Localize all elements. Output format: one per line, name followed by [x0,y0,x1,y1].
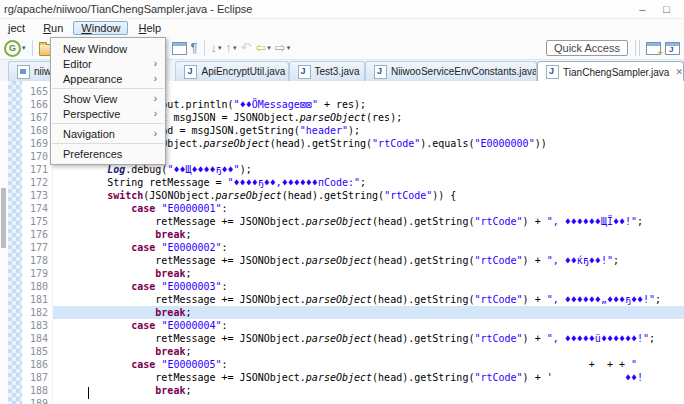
back-history-icon: ↶ [241,40,252,56]
tab-close-icon[interactable]: ✕ [675,67,683,77]
dropdown-caret-icon[interactable]: ▾ [218,44,222,52]
dropdown-caret-icon[interactable]: ▾ [287,44,291,52]
java-file-icon [184,65,197,79]
previous-annotation-icon[interactable]: ↑▾ [226,39,237,57]
forward-icon: ⇨ [275,40,286,56]
code-text[interactable]: case "E0000002": [53,241,684,254]
editor-tab-niiwooserviceenvconstants-java[interactable]: NiiwooServiceEnvConstants.java [365,61,537,81]
toolbar-separator [635,40,640,56]
back-history-icon[interactable]: ↶ [241,39,252,57]
menu-separator [52,143,164,144]
new-wizard-icon[interactable]: G▾ [4,39,26,57]
scrollbar-thumb[interactable] [1,188,6,248]
line-number: 188 [22,384,53,397]
last-edit-location-icon: ↓ [211,40,218,56]
marker-bar[interactable] [8,81,22,404]
line-number: 178 [22,254,53,267]
code-text[interactable]: retMessage += JSONObject.parseObject(hea… [53,215,684,228]
new-wizard-icon: G [4,40,21,57]
line-number: 167 [22,111,53,124]
editor-tab-tianchengsampler-java[interactable]: TianChengSampler.java✕ [537,61,684,82]
line-number: 184 [22,332,53,345]
line-number: 180 [22,280,53,293]
menu-item-label: Preferences [63,148,157,160]
toolbar-separator [32,40,33,56]
code-line: 172 String retMessage = "♦♦♦♦ҕ♦♦,♦♦♦♦♦♦п… [22,176,684,189]
code-text[interactable]: case "E0000005": + + + " [53,358,684,371]
code-line: 180 case "E0000003": [22,280,684,293]
code-text[interactable]: retMessage += JSONObject.parseObject(hea… [53,371,684,384]
menu-item-label: Appearance [63,73,154,85]
editor-tab-test3-java[interactable]: Test3.java [289,61,365,81]
menu-item-show-view[interactable]: Show View› [51,91,165,106]
minimize-button[interactable]: – [639,3,645,15]
code-text[interactable]: break; [53,345,684,358]
menu-item-label: Show View [63,93,154,105]
code-line: 184 retMessage += JSONObject.parseObject… [22,332,684,345]
menu-item-new-window[interactable]: New Window [51,41,165,56]
line-number: 189 [22,397,53,404]
maximize-button[interactable]: □ [663,3,670,15]
code-line: 174 case "E0000001": [22,202,684,215]
menu-item-perspective[interactable]: Perspective› [51,106,165,121]
line-number: 171 [22,163,53,176]
code-text[interactable]: break; [53,384,684,397]
code-text[interactable]: retMessage += JSONObject.parseObject(hea… [53,293,684,306]
line-number: 181 [22,293,53,306]
dropdown-caret-icon[interactable]: ▾ [233,44,237,52]
menu-help[interactable]: Help [130,21,169,35]
line-number: 165 [22,85,53,98]
show-whitespace-icon: ¶ [191,40,198,56]
code-line: 173 switch(JSONObject.parseObject(head).… [22,189,684,202]
text-cursor [88,387,89,399]
java-file-icon [298,65,311,79]
line-number: 186 [22,358,53,371]
code-text[interactable]: retMessage += JSONObject.parseObject(hea… [53,254,684,267]
menu-separator [52,123,164,124]
back-icon[interactable]: ⇦▾ [255,39,270,57]
quick-access-button[interactable]: Quick Access [546,40,628,56]
menu-bar: jectRunWindowHelp [0,19,684,37]
tab-label: NiiwooServiceEnvConstants.java [391,66,537,77]
code-text[interactable] [53,397,684,404]
forward-icon[interactable]: ⇨▾ [275,39,290,57]
code-text[interactable]: case "E0000001": [53,202,684,215]
submenu-arrow-icon: › [154,73,157,84]
toolbar-separator [204,40,205,56]
editor-tab-apiencryptutil-java[interactable]: ApiEncryptUtil.java [175,61,288,81]
java-perspective-icon[interactable] [665,39,680,57]
code-line: 178 retMessage += JSONObject.parseObject… [22,254,684,267]
code-line: 185 break; [22,345,684,358]
line-number: 185 [22,345,53,358]
line-number: 177 [22,241,53,254]
java-file-icon [546,65,559,79]
menu-separator [52,88,164,89]
menu-ject[interactable]: ject [0,21,33,35]
menu-window[interactable]: Window [73,21,128,35]
menu-item-navigation[interactable]: Navigation› [51,126,165,141]
code-text[interactable]: retMessage += JSONObject.parseObject(hea… [53,332,684,345]
java-perspective-icon [665,42,680,55]
dropdown-caret-icon[interactable]: ▾ [22,44,26,52]
line-number: 169 [22,137,53,150]
line-number: 175 [22,215,53,228]
code-text[interactable]: break; [53,306,684,319]
menu-run[interactable]: Run [35,21,71,35]
menu-item-editor[interactable]: Editor› [51,56,165,71]
file-file-icon [17,65,30,79]
code-text[interactable]: case "E0000003": [53,280,684,293]
show-whitespace-icon[interactable]: ¶ [191,39,198,57]
menu-item-preferences[interactable]: Preferences [51,146,165,161]
code-text[interactable]: switch(JSONObject.parseObject(head).getS… [53,189,684,202]
code-text[interactable]: break; [53,267,684,280]
open-perspective-icon[interactable] [646,39,661,57]
line-number: 173 [22,189,53,202]
dropdown-caret-icon[interactable]: ▾ [267,44,271,52]
menu-item-appearance[interactable]: Appearance› [51,71,165,86]
code-text[interactable]: break; [53,228,684,241]
code-text[interactable]: case "E0000004": [53,319,684,332]
menu-item-label: Navigation [63,128,154,140]
last-edit-location-icon[interactable]: ↓▾ [211,39,222,57]
editor-window-icon[interactable] [172,39,187,57]
code-text[interactable]: String retMessage = "♦♦♦♦ҕ♦♦,♦♦♦♦♦♦пCode… [53,176,684,189]
